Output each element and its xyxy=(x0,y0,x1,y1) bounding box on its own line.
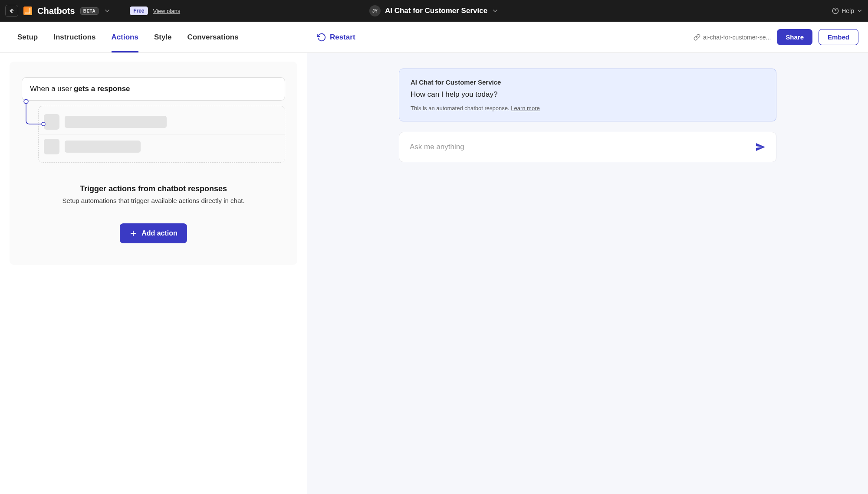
placeholder-icon xyxy=(44,114,59,130)
send-icon xyxy=(755,142,766,152)
add-action-label: Add action xyxy=(141,229,178,237)
help-icon xyxy=(832,7,839,14)
placeholder-text xyxy=(65,141,141,153)
action-placeholder-row xyxy=(44,135,279,158)
action-placeholder-box xyxy=(38,106,285,163)
topbar: Chatbots BETA Free View plans JY AI Chat… xyxy=(0,0,868,22)
bot-name: AI Chat for Customer Service xyxy=(411,79,765,86)
topbar-center: JY AI Chat for Customer Service xyxy=(369,5,499,16)
chat-input[interactable] xyxy=(410,143,755,151)
placeholder-text xyxy=(65,116,167,128)
app-logo xyxy=(23,7,32,15)
welcome-message: How can I help you today? xyxy=(411,90,765,99)
tab-actions[interactable]: Actions xyxy=(112,22,138,52)
chevron-down-icon xyxy=(857,8,863,14)
actions-panel: When a user gets a response xyxy=(10,62,297,265)
actions-heading: Trigger actions from chatbot responses xyxy=(80,184,227,193)
avatar: JY xyxy=(369,5,381,16)
help-menu[interactable]: Help xyxy=(832,7,863,14)
chat-input-wrap xyxy=(399,132,776,162)
disclaimer-text: This is an automated chatbot response. xyxy=(411,105,511,111)
view-plans-link[interactable]: View plans xyxy=(153,8,181,14)
welcome-card: AI Chat for Customer Service How can I h… xyxy=(399,69,776,121)
disclaimer: This is an automated chatbot response. L… xyxy=(411,105,765,111)
embed-button[interactable]: Embed xyxy=(819,29,858,45)
chat-area: AI Chat for Customer Service How can I h… xyxy=(307,53,868,494)
divider xyxy=(39,134,285,134)
restart-button[interactable]: Restart xyxy=(317,33,355,42)
placeholder-icon xyxy=(44,139,59,154)
trigger-event: gets a response xyxy=(74,85,130,93)
trigger-prefix: When a user xyxy=(30,85,74,93)
beta-badge: BETA xyxy=(80,7,99,15)
share-button[interactable]: Share xyxy=(777,29,812,45)
chatbot-url-slug[interactable]: ai-chat-for-customer-se... xyxy=(694,34,771,41)
restart-icon xyxy=(317,33,326,42)
tab-style[interactable]: Style xyxy=(154,22,172,52)
tabs: Setup Instructions Actions Style Convers… xyxy=(0,22,307,53)
send-button[interactable] xyxy=(755,142,766,152)
help-label: Help xyxy=(842,7,854,14)
plus-icon xyxy=(129,229,137,237)
right-pane: Restart ai-chat-for-customer-se... Share… xyxy=(307,22,868,494)
trigger-row[interactable]: When a user gets a response xyxy=(22,77,285,101)
restart-label: Restart xyxy=(330,33,355,42)
chevron-down-icon[interactable] xyxy=(492,7,499,14)
right-toolbar: Restart ai-chat-for-customer-se... Share… xyxy=(307,22,868,53)
add-action-button[interactable]: Add action xyxy=(120,223,187,243)
back-button[interactable] xyxy=(5,5,18,17)
chevron-down-icon[interactable] xyxy=(104,7,111,14)
plan-badge: Free xyxy=(130,7,148,15)
actions-subtext: Setup automations that trigger available… xyxy=(62,197,244,204)
connector-wrap xyxy=(22,101,285,163)
arrow-left-icon xyxy=(9,8,15,14)
left-pane: Setup Instructions Actions Style Convers… xyxy=(0,22,307,494)
tab-instructions[interactable]: Instructions xyxy=(53,22,95,52)
slug-text: ai-chat-for-customer-se... xyxy=(703,34,771,41)
learn-more-link[interactable]: Learn more xyxy=(511,105,539,111)
main: Setup Instructions Actions Style Convers… xyxy=(0,22,868,494)
tab-conversations[interactable]: Conversations xyxy=(187,22,239,52)
chatbot-title[interactable]: AI Chat for Customer Service xyxy=(385,7,487,15)
link-icon xyxy=(694,34,700,41)
brand-name: Chatbots xyxy=(37,6,75,16)
tab-setup[interactable]: Setup xyxy=(17,22,38,52)
action-placeholder-row xyxy=(44,111,279,133)
